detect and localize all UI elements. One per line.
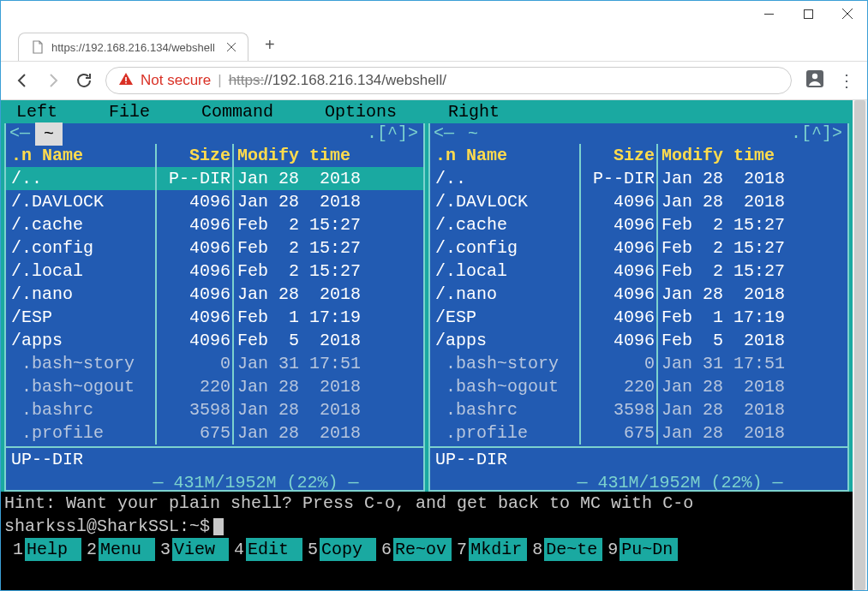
- file-row[interactable]: /apps4096Feb 5 2018: [430, 329, 847, 352]
- terminal[interactable]: LeftFileCommandOptionsRight <—~.[^]>.n N…: [1, 100, 853, 590]
- panel-corner-right: .[^]>: [367, 122, 418, 145]
- panel-path[interactable]: ~: [459, 122, 487, 146]
- address-bar[interactable]: Not secure | https://192.168.216.134/web…: [105, 67, 792, 94]
- browser-toolbar: Not secure | https://192.168.216.134/web…: [1, 61, 867, 100]
- column-headers: .n NameSize Modify time: [6, 144, 423, 167]
- separator: |: [218, 72, 221, 89]
- panel-status: UP--DIR: [430, 448, 847, 471]
- reload-button[interactable]: [75, 71, 93, 90]
- close-button[interactable]: [828, 1, 867, 27]
- fkey-4[interactable]: 4Edit: [232, 538, 302, 561]
- tab-strip: https://192.168.216.134/webshell +: [1, 27, 867, 61]
- page-icon: [31, 40, 45, 54]
- back-button[interactable]: [13, 71, 32, 90]
- fkey-9[interactable]: 9Pu~Dn: [606, 538, 678, 561]
- mc-menu-item[interactable]: Command: [201, 100, 273, 123]
- file-row[interactable]: .bash~ogout220Jan 28 2018: [430, 375, 847, 398]
- hint-line: Hint: Want your plain shell? Press C-o, …: [4, 492, 849, 515]
- function-key-bar: 1Help2Menu3View4Edit5Copy6Re~ov7Mkdir8De…: [1, 538, 853, 561]
- svg-rect-1: [804, 9, 812, 18]
- file-row[interactable]: /.nano4096Jan 28 2018: [430, 283, 847, 306]
- fkey-7[interactable]: 7Mkdir: [455, 538, 527, 561]
- file-row[interactable]: /ESP4096Feb 1 17:19: [6, 306, 423, 329]
- fkey-1[interactable]: 1Help: [11, 538, 81, 561]
- file-row[interactable]: .profile675Jan 28 2018: [6, 421, 423, 445]
- forward-button[interactable]: [44, 71, 63, 90]
- file-row[interactable]: /.DAVLOCK4096Jan 28 2018: [430, 190, 847, 213]
- file-row[interactable]: .bash~ogout220Jan 28 2018: [6, 375, 423, 398]
- svg-rect-7: [125, 82, 127, 84]
- file-row[interactable]: /.cache4096Feb 2 15:27: [6, 213, 423, 236]
- panel-corner-left: <—: [9, 122, 30, 145]
- maximize-button[interactable]: [788, 1, 828, 27]
- file-row[interactable]: .profile675Jan 28 2018: [430, 421, 847, 445]
- svg-point-9: [812, 74, 817, 79]
- mc-menu-item[interactable]: Left: [16, 100, 57, 123]
- file-row[interactable]: /apps4096Feb 5 2018: [6, 329, 423, 352]
- mc-panels: <—~.[^]>.n NameSize Modify time/..P--DIR…: [1, 123, 853, 492]
- panel-path[interactable]: ~: [35, 122, 63, 146]
- mc-panel-right: <—~.[^]>.n NameSize Modify time/..P--DIR…: [428, 123, 849, 492]
- file-row[interactable]: .bash~story0Jan 31 17:51: [430, 352, 847, 375]
- new-tab-button[interactable]: +: [259, 33, 281, 56]
- tab-close-icon[interactable]: [227, 41, 236, 54]
- file-row[interactable]: /.DAVLOCK4096Jan 28 2018: [6, 190, 423, 213]
- tab-title: https://192.168.216.134/webshell: [51, 41, 215, 54]
- mc-menu-bar: LeftFileCommandOptionsRight: [1, 100, 853, 123]
- shell-area: Hint: Want your plain shell? Press C-o, …: [1, 492, 853, 538]
- column-headers: .n NameSize Modify time: [430, 144, 847, 167]
- file-row[interactable]: .bashrc3598Jan 28 2018: [6, 398, 423, 421]
- security-label: Not secure: [141, 72, 211, 89]
- browser-tab[interactable]: https://192.168.216.134/webshell: [18, 33, 248, 61]
- scrollbar[interactable]: [853, 100, 867, 590]
- scrollbar-thumb[interactable]: [854, 100, 865, 590]
- file-row[interactable]: .bash~story0Jan 31 17:51: [6, 352, 423, 375]
- file-row[interactable]: /.nano4096Jan 28 2018: [6, 283, 423, 306]
- file-row[interactable]: /.local4096Feb 2 15:27: [6, 260, 423, 283]
- mc-menu-item[interactable]: Right: [448, 100, 500, 123]
- file-row[interactable]: /.cache4096Feb 2 15:27: [430, 213, 847, 236]
- file-row[interactable]: /.config4096Feb 2 15:27: [430, 236, 847, 260]
- shell-prompt[interactable]: sharkssl@SharkSSL:~$: [4, 515, 849, 538]
- panel-disk-usage: — 431M/1952M (22%) —: [6, 471, 423, 490]
- file-row[interactable]: /..P--DIRJan 28 2018: [6, 167, 423, 190]
- cursor: [213, 518, 224, 535]
- panel-status: UP--DIR: [6, 448, 423, 471]
- fkey-3[interactable]: 3View: [159, 538, 229, 561]
- account-icon[interactable]: [804, 68, 826, 93]
- fkey-5[interactable]: 5Copy: [306, 538, 376, 561]
- file-row[interactable]: /ESP4096Feb 1 17:19: [430, 306, 847, 329]
- panel-corner-right: .[^]>: [791, 122, 842, 145]
- warning-icon: [118, 71, 134, 91]
- mc-menu-item[interactable]: Options: [325, 100, 397, 123]
- window-titlebar: [1, 1, 867, 27]
- svg-rect-6: [125, 77, 127, 81]
- url-text: https://192.168.216.134/webshell/: [229, 72, 446, 89]
- file-row[interactable]: /.config4096Feb 2 15:27: [6, 236, 423, 260]
- file-row[interactable]: /.local4096Feb 2 15:27: [430, 260, 847, 283]
- fkey-2[interactable]: 2Menu: [85, 538, 155, 561]
- panel-disk-usage: — 431M/1952M (22%) —: [430, 471, 847, 490]
- panel-corner-left: <—: [434, 122, 454, 145]
- file-row[interactable]: /..P--DIRJan 28 2018: [430, 167, 847, 190]
- mc-menu-item[interactable]: File: [109, 100, 150, 123]
- mc-panel-left: <—~.[^]>.n NameSize Modify time/..P--DIR…: [4, 123, 425, 492]
- file-row[interactable]: .bashrc3598Jan 28 2018: [430, 398, 847, 421]
- fkey-6[interactable]: 6Re~ov: [380, 538, 452, 561]
- minimize-button[interactable]: [749, 1, 788, 27]
- kebab-menu-icon[interactable]: ⋮: [838, 70, 855, 91]
- fkey-8[interactable]: 8De~te: [530, 538, 602, 561]
